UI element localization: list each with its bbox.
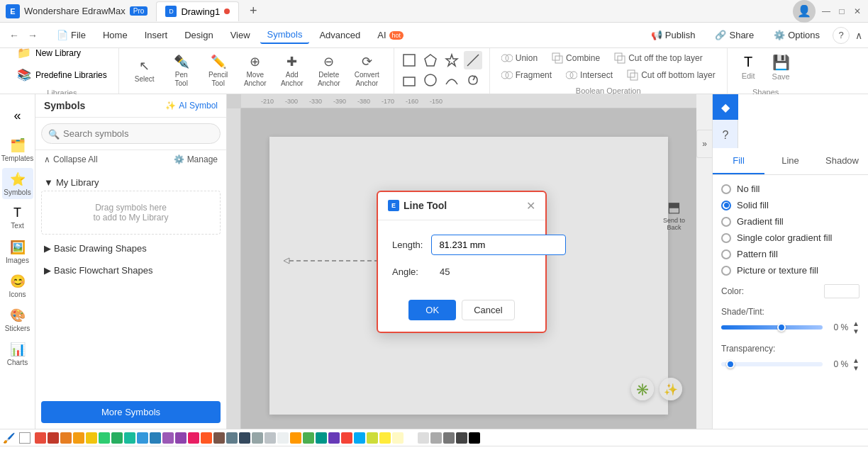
color-pink[interactable] <box>188 432 199 444</box>
color-light-blue[interactable] <box>354 432 365 444</box>
color-dark-red[interactable] <box>48 432 59 444</box>
transparency-slider[interactable] <box>721 362 823 366</box>
right-tool-active[interactable]: ◆ <box>713 94 738 120</box>
new-tab-btn[interactable]: + <box>245 3 262 20</box>
solid-fill-option[interactable]: Solid fill <box>721 200 859 210</box>
pen-tool-btn[interactable]: ✒️ PenTool <box>165 51 199 91</box>
options-btn[interactable]: ⚙️Options <box>767 27 827 43</box>
dialog-close-btn[interactable]: ✕ <box>526 199 535 213</box>
square-shape[interactable] <box>400 71 418 89</box>
delete-anchor-btn[interactable]: ⊖ DeleteAnchor <box>312 51 346 91</box>
color-cloud[interactable] <box>277 432 289 444</box>
design-menu[interactable]: Design <box>177 27 220 43</box>
pattern-fill-radio[interactable] <box>721 249 731 259</box>
transparent-swatch[interactable] <box>19 432 30 444</box>
gradient-fill-option[interactable]: Gradient fill <box>721 216 859 227</box>
sidebar-templates[interactable]: 🗂️ Templates <box>2 134 33 165</box>
shadow-tab[interactable]: Shadow <box>816 148 868 174</box>
color-charcoal[interactable] <box>456 432 467 444</box>
save-btn[interactable]: 💾 Save <box>767 51 796 84</box>
color-white[interactable] <box>405 432 416 444</box>
color-navy[interactable] <box>239 432 250 444</box>
symbols-menu[interactable]: Symbols <box>260 26 310 44</box>
back-btn[interactable]: ← <box>6 27 23 44</box>
single-color-radio[interactable] <box>721 233 731 243</box>
sidebar-symbols[interactable]: ⭐ Symbols <box>2 168 33 199</box>
sidebar-stickers[interactable]: 🎨 Stickers <box>2 304 33 335</box>
manage-btn[interactable]: ⚙️ Manage <box>174 154 218 164</box>
more-symbols-btn[interactable]: More Symbols <box>41 401 221 423</box>
color-deep-purple[interactable] <box>328 432 340 444</box>
color-gainsboro[interactable] <box>418 432 429 444</box>
close-btn[interactable]: ✕ <box>852 6 862 16</box>
color-picker-btn[interactable]: 🖌️ <box>3 432 15 444</box>
union-btn[interactable]: Union <box>496 51 543 65</box>
rect-shape[interactable] <box>400 51 418 69</box>
color-yellow-orange[interactable] <box>73 432 84 444</box>
color-light-yellow[interactable] <box>392 432 404 444</box>
color-bright-yellow[interactable] <box>379 432 391 444</box>
line-tab[interactable]: Line <box>764 148 816 174</box>
shade-slider[interactable] <box>721 325 823 330</box>
search-input[interactable] <box>41 123 221 144</box>
panel-expand-btn[interactable]: » <box>696 130 712 158</box>
sidebar-icons[interactable]: 😊 Icons <box>2 270 33 301</box>
basic-drawing-title[interactable]: ▶ Basic Drawing Shapes <box>41 240 221 257</box>
color-dark-blue[interactable] <box>150 432 161 444</box>
color-dark-gray[interactable] <box>443 432 455 444</box>
length-input[interactable] <box>431 235 566 255</box>
cancel-btn[interactable]: Cancel <box>462 300 514 320</box>
spiral-shape[interactable] <box>464 71 482 89</box>
forward-btn[interactable]: → <box>24 27 41 44</box>
color-red[interactable] <box>35 432 46 444</box>
sidebar-images[interactable]: 🖼️ Images <box>2 236 33 267</box>
intersect-btn[interactable]: Intersect <box>560 68 618 82</box>
ai-symbol-btn[interactable]: ✨ AI Symbol <box>165 101 218 111</box>
color-material-teal[interactable] <box>316 432 327 444</box>
color-orange[interactable] <box>60 432 72 444</box>
move-anchor-btn[interactable]: ⊕ MoveAnchor <box>238 51 272 91</box>
color-gray[interactable] <box>430 432 442 444</box>
color-silver[interactable] <box>252 432 263 444</box>
solid-fill-radio[interactable] <box>721 201 731 210</box>
arc-shape[interactable] <box>443 71 461 89</box>
color-black[interactable] <box>469 432 480 444</box>
file-menu[interactable]: 📄 File <box>50 27 93 43</box>
view-menu[interactable]: View <box>223 27 257 43</box>
convert-anchor-btn[interactable]: ⟳ ConvertAnchor <box>349 51 385 91</box>
shade-stepper[interactable]: ▲▼ <box>852 320 859 335</box>
maximize-btn[interactable]: □ <box>837 6 847 16</box>
insert-menu[interactable]: Insert <box>138 27 175 43</box>
color-teal[interactable] <box>124 432 135 444</box>
pentagon-shape[interactable] <box>421 51 440 69</box>
share-btn[interactable]: 🔗Share <box>708 27 761 43</box>
fill-tab[interactable]: Fill <box>713 148 764 174</box>
pattern-fill-option[interactable]: Pattern fill <box>721 249 859 259</box>
gradient-fill-radio[interactable] <box>721 217 731 227</box>
combine-btn[interactable]: Combine <box>546 51 606 65</box>
canvas-area[interactable]: -210 -300 -330 -390 -380 -170 -160 -150 <box>227 94 696 429</box>
collapse-all-btn[interactable]: ∧ Collapse All <box>44 154 98 164</box>
predefine-libraries-btn[interactable]: 📚 Predefine Libraries <box>11 65 113 84</box>
basic-flowchart-title[interactable]: ▶ Basic Flowchart Shapes <box>41 262 221 279</box>
star-shape[interactable] <box>443 51 461 69</box>
line-shape[interactable] <box>464 51 482 69</box>
my-library-title[interactable]: ▼ My Library <box>41 174 221 191</box>
select-tool-btn[interactable]: ↖ Select <box>128 51 162 91</box>
sidebar-nav-btn[interactable]: « <box>2 100 33 131</box>
no-fill-radio[interactable] <box>721 184 731 194</box>
cut-top-btn[interactable]: Cut off the top layer <box>608 51 708 65</box>
color-yellow[interactable] <box>86 432 97 444</box>
color-blue-gray[interactable] <box>226 432 238 444</box>
color-material-red[interactable] <box>341 432 352 444</box>
color-brown[interactable] <box>213 432 225 444</box>
add-anchor-btn[interactable]: ✚ AddAnchor <box>275 51 309 91</box>
color-swatch[interactable] <box>824 284 859 298</box>
color-deep-orange[interactable] <box>201 432 212 444</box>
cut-bottom-btn[interactable]: Cut off bottom layer <box>621 68 721 82</box>
color-dark-purple[interactable] <box>175 432 187 444</box>
help-btn[interactable]: ? <box>833 27 850 44</box>
color-green[interactable] <box>99 432 110 444</box>
pencil-tool-btn[interactable]: ✏️ PencilTool <box>201 51 235 91</box>
tab-drawing1[interactable]: D Drawing1 <box>156 1 239 21</box>
